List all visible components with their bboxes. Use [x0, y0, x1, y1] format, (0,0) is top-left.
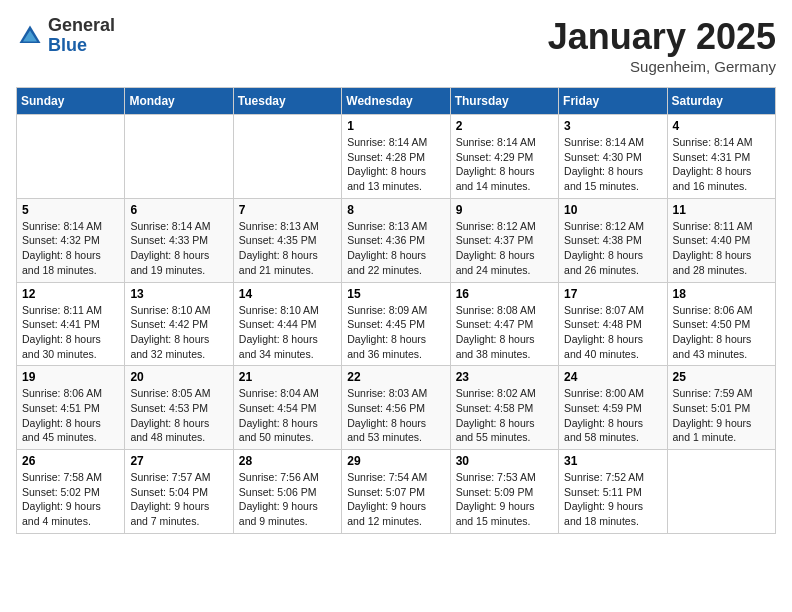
calendar-week-1: 1Sunrise: 8:14 AM Sunset: 4:28 PM Daylig…: [17, 115, 776, 199]
month-title: January 2025: [548, 16, 776, 58]
day-number: 9: [456, 203, 553, 217]
calendar-cell: 29Sunrise: 7:54 AM Sunset: 5:07 PM Dayli…: [342, 450, 450, 534]
calendar-cell: 18Sunrise: 8:06 AM Sunset: 4:50 PM Dayli…: [667, 282, 775, 366]
logo-icon: [16, 22, 44, 50]
day-number: 31: [564, 454, 661, 468]
day-info: Sunrise: 8:09 AM Sunset: 4:45 PM Dayligh…: [347, 303, 444, 362]
day-number: 20: [130, 370, 227, 384]
calendar-cell: 24Sunrise: 8:00 AM Sunset: 4:59 PM Dayli…: [559, 366, 667, 450]
day-number: 24: [564, 370, 661, 384]
calendar-cell: 2Sunrise: 8:14 AM Sunset: 4:29 PM Daylig…: [450, 115, 558, 199]
day-number: 4: [673, 119, 770, 133]
calendar-cell: 7Sunrise: 8:13 AM Sunset: 4:35 PM Daylig…: [233, 198, 341, 282]
title-block: January 2025 Sugenheim, Germany: [548, 16, 776, 75]
day-info: Sunrise: 8:10 AM Sunset: 4:42 PM Dayligh…: [130, 303, 227, 362]
weekday-header-tuesday: Tuesday: [233, 88, 341, 115]
weekday-header-sunday: Sunday: [17, 88, 125, 115]
day-info: Sunrise: 7:52 AM Sunset: 5:11 PM Dayligh…: [564, 470, 661, 529]
day-number: 6: [130, 203, 227, 217]
logo-general: General: [48, 16, 115, 36]
day-info: Sunrise: 8:14 AM Sunset: 4:33 PM Dayligh…: [130, 219, 227, 278]
day-number: 11: [673, 203, 770, 217]
calendar-cell: 26Sunrise: 7:58 AM Sunset: 5:02 PM Dayli…: [17, 450, 125, 534]
weekday-header-monday: Monday: [125, 88, 233, 115]
day-info: Sunrise: 8:02 AM Sunset: 4:58 PM Dayligh…: [456, 386, 553, 445]
day-info: Sunrise: 8:12 AM Sunset: 4:38 PM Dayligh…: [564, 219, 661, 278]
logo: General Blue: [16, 16, 115, 56]
day-number: 29: [347, 454, 444, 468]
day-number: 15: [347, 287, 444, 301]
day-info: Sunrise: 8:08 AM Sunset: 4:47 PM Dayligh…: [456, 303, 553, 362]
day-info: Sunrise: 8:04 AM Sunset: 4:54 PM Dayligh…: [239, 386, 336, 445]
day-number: 22: [347, 370, 444, 384]
day-number: 7: [239, 203, 336, 217]
day-number: 16: [456, 287, 553, 301]
day-info: Sunrise: 8:14 AM Sunset: 4:32 PM Dayligh…: [22, 219, 119, 278]
calendar-cell: 5Sunrise: 8:14 AM Sunset: 4:32 PM Daylig…: [17, 198, 125, 282]
day-number: 19: [22, 370, 119, 384]
day-info: Sunrise: 7:59 AM Sunset: 5:01 PM Dayligh…: [673, 386, 770, 445]
calendar-cell: 20Sunrise: 8:05 AM Sunset: 4:53 PM Dayli…: [125, 366, 233, 450]
weekday-header-thursday: Thursday: [450, 88, 558, 115]
calendar-cell: 1Sunrise: 8:14 AM Sunset: 4:28 PM Daylig…: [342, 115, 450, 199]
calendar-cell: 9Sunrise: 8:12 AM Sunset: 4:37 PM Daylig…: [450, 198, 558, 282]
calendar-cell: 27Sunrise: 7:57 AM Sunset: 5:04 PM Dayli…: [125, 450, 233, 534]
calendar-cell: 30Sunrise: 7:53 AM Sunset: 5:09 PM Dayli…: [450, 450, 558, 534]
day-number: 28: [239, 454, 336, 468]
calendar-cell: 23Sunrise: 8:02 AM Sunset: 4:58 PM Dayli…: [450, 366, 558, 450]
day-info: Sunrise: 8:14 AM Sunset: 4:30 PM Dayligh…: [564, 135, 661, 194]
day-info: Sunrise: 7:57 AM Sunset: 5:04 PM Dayligh…: [130, 470, 227, 529]
calendar-cell: 16Sunrise: 8:08 AM Sunset: 4:47 PM Dayli…: [450, 282, 558, 366]
day-number: 18: [673, 287, 770, 301]
day-info: Sunrise: 8:14 AM Sunset: 4:31 PM Dayligh…: [673, 135, 770, 194]
day-info: Sunrise: 7:56 AM Sunset: 5:06 PM Dayligh…: [239, 470, 336, 529]
calendar-cell: [233, 115, 341, 199]
day-number: 12: [22, 287, 119, 301]
day-number: 14: [239, 287, 336, 301]
calendar-cell: 22Sunrise: 8:03 AM Sunset: 4:56 PM Dayli…: [342, 366, 450, 450]
calendar-cell: 31Sunrise: 7:52 AM Sunset: 5:11 PM Dayli…: [559, 450, 667, 534]
day-number: 30: [456, 454, 553, 468]
calendar-cell: 8Sunrise: 8:13 AM Sunset: 4:36 PM Daylig…: [342, 198, 450, 282]
calendar-cell: 12Sunrise: 8:11 AM Sunset: 4:41 PM Dayli…: [17, 282, 125, 366]
day-number: 3: [564, 119, 661, 133]
calendar-cell: 19Sunrise: 8:06 AM Sunset: 4:51 PM Dayli…: [17, 366, 125, 450]
calendar-table: SundayMondayTuesdayWednesdayThursdayFrid…: [16, 87, 776, 534]
day-info: Sunrise: 8:03 AM Sunset: 4:56 PM Dayligh…: [347, 386, 444, 445]
calendar-cell: 17Sunrise: 8:07 AM Sunset: 4:48 PM Dayli…: [559, 282, 667, 366]
calendar-cell: 14Sunrise: 8:10 AM Sunset: 4:44 PM Dayli…: [233, 282, 341, 366]
day-number: 13: [130, 287, 227, 301]
day-info: Sunrise: 8:13 AM Sunset: 4:36 PM Dayligh…: [347, 219, 444, 278]
day-info: Sunrise: 8:00 AM Sunset: 4:59 PM Dayligh…: [564, 386, 661, 445]
location: Sugenheim, Germany: [548, 58, 776, 75]
weekday-header-saturday: Saturday: [667, 88, 775, 115]
calendar-cell: 4Sunrise: 8:14 AM Sunset: 4:31 PM Daylig…: [667, 115, 775, 199]
day-info: Sunrise: 8:11 AM Sunset: 4:40 PM Dayligh…: [673, 219, 770, 278]
calendar-week-5: 26Sunrise: 7:58 AM Sunset: 5:02 PM Dayli…: [17, 450, 776, 534]
day-info: Sunrise: 8:14 AM Sunset: 4:28 PM Dayligh…: [347, 135, 444, 194]
day-info: Sunrise: 7:58 AM Sunset: 5:02 PM Dayligh…: [22, 470, 119, 529]
calendar-week-3: 12Sunrise: 8:11 AM Sunset: 4:41 PM Dayli…: [17, 282, 776, 366]
day-number: 25: [673, 370, 770, 384]
calendar-week-4: 19Sunrise: 8:06 AM Sunset: 4:51 PM Dayli…: [17, 366, 776, 450]
logo-blue: Blue: [48, 36, 115, 56]
calendar-cell: 13Sunrise: 8:10 AM Sunset: 4:42 PM Dayli…: [125, 282, 233, 366]
calendar-cell: [17, 115, 125, 199]
day-number: 5: [22, 203, 119, 217]
calendar-cell: [125, 115, 233, 199]
calendar-cell: 6Sunrise: 8:14 AM Sunset: 4:33 PM Daylig…: [125, 198, 233, 282]
weekday-header-friday: Friday: [559, 88, 667, 115]
calendar-cell: 15Sunrise: 8:09 AM Sunset: 4:45 PM Dayli…: [342, 282, 450, 366]
day-number: 23: [456, 370, 553, 384]
calendar-cell: 25Sunrise: 7:59 AM Sunset: 5:01 PM Dayli…: [667, 366, 775, 450]
day-number: 26: [22, 454, 119, 468]
day-number: 17: [564, 287, 661, 301]
day-number: 8: [347, 203, 444, 217]
calendar-cell: 11Sunrise: 8:11 AM Sunset: 4:40 PM Dayli…: [667, 198, 775, 282]
day-info: Sunrise: 8:07 AM Sunset: 4:48 PM Dayligh…: [564, 303, 661, 362]
day-number: 2: [456, 119, 553, 133]
day-info: Sunrise: 8:11 AM Sunset: 4:41 PM Dayligh…: [22, 303, 119, 362]
weekday-header-row: SundayMondayTuesdayWednesdayThursdayFrid…: [17, 88, 776, 115]
day-number: 10: [564, 203, 661, 217]
day-info: Sunrise: 7:54 AM Sunset: 5:07 PM Dayligh…: [347, 470, 444, 529]
